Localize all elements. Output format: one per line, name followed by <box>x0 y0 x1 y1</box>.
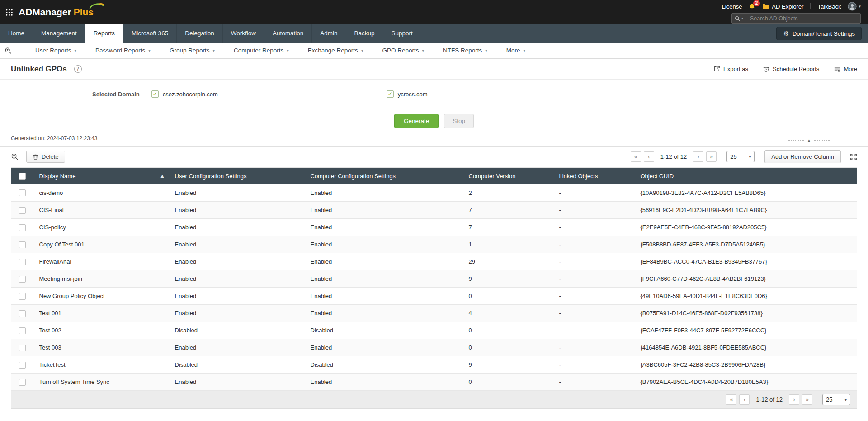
cell-computer-version: 9 <box>463 270 554 288</box>
row-checkbox[interactable] <box>19 207 26 214</box>
tab-admin[interactable]: Admin <box>312 24 346 43</box>
row-checkbox[interactable] <box>19 259 26 265</box>
ad-explorer-link[interactable]: AD Explorer <box>762 3 803 10</box>
cell-computer-version: 0 <box>463 288 554 305</box>
chevron-down-icon: ▾ <box>524 48 526 53</box>
last-page-button[interactable]: » <box>706 151 717 162</box>
cell-user-config: Enabled <box>170 339 305 356</box>
prev-page-button[interactable]: ‹ <box>739 394 750 405</box>
chevron-down-icon: ▾ <box>212 48 215 53</box>
row-checkbox[interactable] <box>19 241 26 248</box>
table-row: CIS-Final Enabled Enabled 7 - {56916E9C-… <box>11 202 857 219</box>
license-link[interactable]: License <box>722 3 742 10</box>
cell-object-guid: {F9CFA660-C77D-462C-AE8B-4AB2BF619123} <box>635 270 857 288</box>
cell-display-name: New Group Policy Object <box>34 288 170 305</box>
page-size-select[interactable]: 25 ▾ <box>726 151 755 162</box>
tab-workflow[interactable]: Workflow <box>223 24 264 43</box>
checkbox-icon <box>151 90 159 98</box>
row-checkbox[interactable] <box>19 345 26 351</box>
tab-backup[interactable]: Backup <box>346 24 383 43</box>
chevron-down-icon: ▾ <box>485 48 487 53</box>
generate-row: Generate Stop <box>11 114 857 128</box>
cell-display-name: Test 002 <box>34 322 170 339</box>
generate-button[interactable]: Generate <box>394 114 439 128</box>
stop-button[interactable]: Stop <box>444 114 474 128</box>
next-page-button[interactable]: › <box>693 151 703 162</box>
cell-display-name: CIS-Final <box>34 202 170 219</box>
report-nav-exchange-reports[interactable]: Exchange Reports▾ <box>308 47 363 54</box>
cell-object-guid: {E2E9AE5E-C4EB-468C-9FA5-88192AD205C5} <box>635 219 857 236</box>
cell-object-guid: {EF84B9BC-ACC0-47CA-B1E3-B9345FB37767} <box>635 253 857 270</box>
row-checkbox[interactable] <box>19 224 26 231</box>
prev-page-button[interactable]: ‹ <box>644 151 654 162</box>
column-display-name[interactable]: Display Name ▲ <box>34 168 170 184</box>
chevron-down-icon: ▾ <box>148 48 151 53</box>
more-actions-button[interactable]: More <box>834 66 857 72</box>
notifications-button[interactable]: 2 <box>749 3 755 10</box>
row-checkbox[interactable] <box>19 379 26 386</box>
collapse-up-icon: ▲ <box>807 138 811 143</box>
cell-computer-version: 0 <box>463 339 554 356</box>
report-nav-group-reports[interactable]: Group Reports▾ <box>170 47 215 54</box>
chevron-down-icon: ▾ <box>741 16 743 20</box>
expand-table-icon[interactable] <box>850 153 857 161</box>
search-scope-button[interactable]: ▾ <box>732 14 746 23</box>
row-checkbox[interactable] <box>19 327 26 334</box>
tab-support[interactable]: Support <box>383 24 421 43</box>
handle-dash <box>788 140 804 141</box>
user-menu[interactable]: ▾ <box>848 2 861 11</box>
report-nav-computer-reports[interactable]: Computer Reports▾ <box>234 47 289 54</box>
collapse-form-handle[interactable]: ▲ <box>788 138 830 143</box>
column-computer-config[interactable]: Computer Configuration Settings <box>305 168 463 184</box>
sort-asc-icon[interactable]: ▲ <box>161 174 164 178</box>
cell-display-name: cis-demo <box>34 184 170 202</box>
first-page-button[interactable]: « <box>631 151 641 162</box>
row-checkbox[interactable] <box>19 362 26 369</box>
next-page-button[interactable]: › <box>789 394 799 405</box>
report-nav-gpo-reports[interactable]: GPO Reports▾ <box>382 47 424 54</box>
select-all-checkbox[interactable] <box>19 173 26 180</box>
cell-computer-version: 7 <box>463 202 554 219</box>
brand-logo[interactable]: ADManagerPlus <box>19 7 105 18</box>
delete-button[interactable]: Delete <box>26 151 65 163</box>
report-nav-password-reports[interactable]: Password Reports▾ <box>95 47 151 54</box>
column-linked-objects[interactable]: Linked Objects <box>554 168 635 184</box>
tab-delegation[interactable]: Delegation <box>177 24 223 43</box>
last-page-button[interactable]: » <box>802 394 812 405</box>
table-row: Test 002 Disabled Disabled 0 - {ECAF47FF… <box>11 322 857 339</box>
column-object-guid[interactable]: Object GUID <box>635 168 857 184</box>
page-size-select[interactable]: 25 ▾ <box>822 394 850 405</box>
report-nav-user-reports[interactable]: User Reports▾ <box>35 47 76 54</box>
checkbox-icon <box>387 90 394 98</box>
column-computer-version[interactable]: Computer Version <box>463 168 554 184</box>
domain-tenant-settings-button[interactable]: ⚙ Domain/Tenant Settings <box>776 27 862 40</box>
report-search-icon[interactable] <box>0 43 16 58</box>
row-checkbox[interactable] <box>19 189 26 196</box>
first-page-button[interactable]: « <box>726 394 736 405</box>
column-user-config[interactable]: User Configuration Settings <box>170 168 305 184</box>
tab-home[interactable]: Home <box>0 24 33 43</box>
row-checkbox[interactable] <box>19 276 26 283</box>
cell-user-config: Enabled <box>170 288 305 305</box>
column-search-icon[interactable] <box>11 153 19 161</box>
help-icon[interactable]: ? <box>74 65 82 73</box>
report-nav-more[interactable]: More▾ <box>506 47 525 54</box>
tab-reports[interactable]: Reports <box>85 24 123 43</box>
report-nav-ntfs-reports[interactable]: NTFS Reports▾ <box>443 47 487 54</box>
list-icon <box>834 66 840 72</box>
search-input[interactable] <box>746 15 860 22</box>
export-as-button[interactable]: Export as <box>713 66 748 72</box>
tab-management[interactable]: Management <box>33 24 85 43</box>
tab-automation[interactable]: Automation <box>264 24 312 43</box>
topbar-right: License 2 AD Explorer TalkBack <box>722 1 861 24</box>
app-grid-icon[interactable] <box>5 9 13 16</box>
domain-checkbox-ycross[interactable]: ycross.com <box>387 90 428 98</box>
row-checkbox[interactable] <box>19 293 26 300</box>
schedule-reports-button[interactable]: Schedule Reports <box>763 66 819 72</box>
add-remove-column-button[interactable]: Add or Remove Column <box>764 150 841 163</box>
tab-microsoft-365[interactable]: Microsoft 365 <box>123 24 177 43</box>
chevron-down-icon: ▾ <box>422 48 424 53</box>
talkback-link[interactable]: TalkBack <box>817 3 841 10</box>
domain-checkbox-csez[interactable]: csez.zohocorpin.com <box>151 90 387 98</box>
row-checkbox[interactable] <box>19 310 26 317</box>
